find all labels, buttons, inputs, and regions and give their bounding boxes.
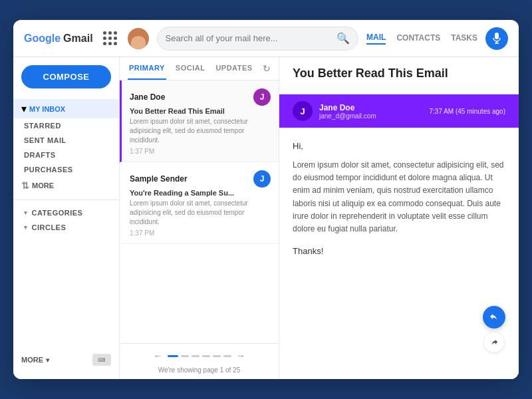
pagination-row: ← → [152, 349, 247, 362]
detail-body-text: Lorem ipsum dolor sit amet, consectetur … [293, 159, 505, 235]
sidebar-item-purchases[interactable]: PURCHASES [13, 162, 119, 177]
page-indicator [202, 355, 210, 357]
page-indicator [213, 355, 221, 357]
page-indicator [181, 355, 189, 357]
mic-button[interactable] [485, 27, 508, 50]
detail-greeting: Hi, [293, 141, 505, 151]
inbox-label: MY INBOX [29, 105, 65, 113]
sidebar-item-drafts[interactable]: DRAFTS [13, 148, 119, 162]
fab-buttons [483, 306, 505, 352]
nav-item-tasks[interactable]: TASKS [451, 33, 477, 44]
grid-dots [103, 31, 118, 46]
email-avatar: J [253, 88, 271, 106]
nav-item-mail[interactable]: MAIL [366, 33, 386, 45]
email-list-footer: ← → We're showing page 1 of 25 [120, 343, 279, 379]
sidebar-item-starred[interactable]: STARRED [13, 118, 119, 133]
chevron-down-icon: ▾ [21, 102, 27, 115]
page-indicator [192, 355, 200, 357]
nav-item-contacts[interactable]: CONTACTS [396, 33, 440, 44]
email-time: 1:37 PM [130, 229, 271, 237]
chevron-categories-icon: ▾ [24, 209, 28, 216]
sidebar-item-circles[interactable]: ▾ CIRCLES [13, 220, 119, 235]
svg-rect-0 [495, 33, 499, 39]
mic-icon [492, 33, 501, 45]
search-icon[interactable]: 🔍 [336, 32, 350, 45]
detail-sender-avatar: J [293, 101, 313, 121]
keyboard-icon[interactable]: ⌨ [92, 354, 111, 366]
prev-page-button[interactable]: ← [152, 349, 165, 362]
tab-social[interactable]: SOCIAL [174, 57, 207, 80]
sidebar-item-categories[interactable]: ▾ CATEGORIES [13, 205, 119, 220]
email-preview: Lorem ipsum dolor sit amet, consectetur … [130, 199, 271, 227]
user-avatar[interactable] [128, 28, 149, 49]
forward-fab-button[interactable] [484, 332, 504, 352]
forward-icon [489, 338, 499, 347]
sidebar-more-button[interactable]: MORE ▾ [21, 356, 49, 364]
main-layout: COMPOSE ▾ MY INBOX STARRED SENT MAIL DRA… [13, 57, 519, 379]
detail-sender-name: Jane Doe [319, 103, 422, 112]
chevron-circles-icon: ▾ [24, 224, 28, 231]
email-sender-name: Sample Sender [130, 174, 188, 184]
email-subject: You're Reading a Sample Su... [130, 189, 271, 197]
next-page-button[interactable]: → [234, 349, 247, 362]
detail-header: You Better Read This Email [279, 57, 519, 94]
sidebar-item-sent[interactable]: SENT MAIL [13, 133, 119, 148]
sidebar: COMPOSE ▾ MY INBOX STARRED SENT MAIL DRA… [13, 57, 120, 379]
logo: Google Gmail [24, 33, 93, 45]
detail-sender-row: J Jane Doe jane_d@gmail.com 7:37 AM (45 … [279, 94, 519, 128]
email-item[interactable]: Sample Sender J You're Reading a Sample … [120, 162, 279, 244]
sidebar-item-inbox[interactable]: ▾ MY INBOX [13, 99, 119, 118]
compose-button[interactable]: COMPOSE [21, 65, 111, 88]
reply-fab-button[interactable] [483, 306, 505, 329]
reply-icon [489, 312, 499, 323]
detail-closing: Thanks! [293, 246, 505, 256]
page-info: We're showing page 1 of 25 [158, 366, 240, 374]
gmail-logo-text: Gmail [63, 33, 92, 45]
sidebar-item-more[interactable]: ⇅ MORE [13, 177, 119, 194]
email-sender-name: Jane Doe [130, 92, 165, 102]
grid-menu-icon[interactable] [101, 29, 120, 48]
detail-wrapper: You Better Read This Email J Jane Doe ja… [279, 57, 519, 379]
detail-sender-email: jane_d@gmail.com [319, 112, 422, 120]
chevron-more-icon: ▾ [46, 356, 49, 364]
header: Google Gmail 🔍 MAIL CONTACTS TASKS [13, 20, 519, 57]
detail-timestamp: 7:37 AM (45 minutes ago) [429, 108, 505, 115]
detail-subject: You Better Read This Email [293, 66, 505, 80]
detail-sender-info: Jane Doe jane_d@gmail.com [319, 103, 422, 120]
email-avatar: J [253, 170, 271, 188]
tab-primary[interactable]: PRIMARY [128, 57, 166, 80]
header-nav: MAIL CONTACTS TASKS [366, 33, 477, 45]
tab-updates[interactable]: UPDATES [214, 57, 253, 80]
refresh-icon[interactable]: ↻ [263, 63, 271, 74]
email-list-panel: PRIMARY SOCIAL UPDATES ↻ Jane Doe J You … [120, 57, 279, 379]
email-preview: Lorem ipsum dolor sit amet, consectetur … [130, 117, 271, 145]
page-indicator [223, 355, 231, 357]
sidebar-divider [13, 200, 119, 200]
email-time: 1:37 PM [130, 148, 271, 155]
google-logo-text: Google [24, 33, 61, 45]
search-input[interactable] [166, 33, 332, 43]
email-item[interactable]: Jane Doe J You Better Read This Email Lo… [120, 80, 279, 162]
page-indicator-active [168, 355, 178, 357]
email-subject: You Better Read This Email [130, 107, 271, 115]
search-bar: 🔍 [157, 27, 359, 51]
sidebar-bottom: MORE ▾ ⌨ [13, 348, 119, 371]
email-tabs: PRIMARY SOCIAL UPDATES ↻ [120, 57, 279, 80]
email-detail-panel: You Better Read This Email J Jane Doe ja… [279, 57, 519, 379]
